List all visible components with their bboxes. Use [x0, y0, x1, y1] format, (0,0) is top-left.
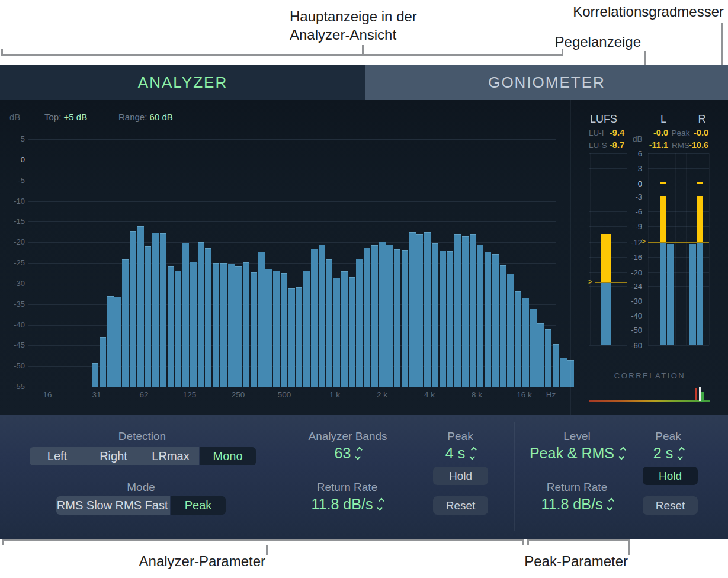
mode-segmented: RMS SlowRMS FastPeak	[56, 496, 226, 515]
peak-reset-button[interactable]: Reset	[643, 496, 698, 515]
tab-goniometer[interactable]: GONIOMETER	[365, 65, 728, 100]
peak-time-value[interactable]: 2 s	[609, 444, 727, 462]
channel-peak-bar	[660, 196, 666, 242]
view-tab-bar: ANALYZER GONIOMETER	[0, 65, 728, 100]
annotation-correlation-meter: Korrelationsgradmesser	[573, 2, 724, 21]
analyzer-reset-button[interactable]: Reset	[433, 496, 488, 515]
meter-gridline	[589, 211, 627, 212]
spectrum-gridline	[28, 139, 556, 140]
spectrum-band-bar	[243, 262, 249, 387]
meter-column-line	[648, 153, 649, 345]
stepper-icon[interactable]	[679, 448, 683, 459]
stepper-icon[interactable]	[471, 448, 475, 459]
channel-peak-bar-lower	[697, 242, 703, 345]
spectrum-gridline	[28, 201, 556, 202]
spectrum-gridline	[28, 160, 556, 160]
spectrum-band-bar	[356, 259, 363, 387]
mode-option-rms-slow[interactable]: RMS Slow	[56, 496, 113, 515]
lufs-reference-arrow-icon: >	[588, 278, 592, 286]
spectrum-band-bar	[190, 262, 197, 387]
spectrum-band-bar	[175, 271, 181, 387]
meter-gridline	[589, 168, 627, 169]
peak-hold-dash	[660, 182, 666, 184]
detection-option-right[interactable]: Right	[85, 447, 142, 465]
spectrum-band-bar	[470, 234, 476, 387]
correlation-value-bar	[701, 392, 704, 402]
lufs-reference-line	[595, 282, 627, 283]
callout-main-display-bracket	[1, 49, 563, 56]
spectrum-band-bar	[251, 272, 257, 387]
spectrum-unit-label: dB	[9, 112, 20, 122]
spectrum-y-tick-label: -30	[0, 279, 25, 288]
spectrum-band-bar	[160, 233, 166, 387]
spectrum-band-bar	[220, 263, 227, 387]
analyzer-return-rate-value[interactable]: 11.8 dB/s	[288, 495, 406, 513]
peak-hold-button[interactable]: Hold	[643, 467, 698, 485]
spectrum-band-bar	[485, 252, 491, 387]
spectrum-y-tick-label: -25	[0, 258, 25, 267]
spectrum-x-tick-label: 125	[176, 390, 203, 399]
spectrum-gridline	[28, 387, 556, 387]
analyzer-peak-value[interactable]: 4 s	[401, 444, 519, 462]
spectrum-band-bar	[122, 259, 129, 387]
lu-s-value: -8.7	[601, 140, 624, 150]
spectrum-band-bar	[492, 254, 499, 387]
spectrum-band-bar	[522, 298, 529, 387]
annotation-peak-params: Peak-Parameter	[524, 552, 628, 570]
detection-option-mono[interactable]: Mono	[200, 447, 256, 465]
section-divider	[514, 422, 515, 531]
spectrum-band-bar	[462, 236, 469, 387]
spectrum-y-tick-label: -10	[0, 197, 25, 205]
stepper-icon[interactable]	[379, 499, 383, 510]
spectrum-y-tick-label: -20	[0, 237, 25, 246]
spectrum-band-bar	[114, 297, 121, 387]
right-channel-header: R	[687, 113, 717, 126]
spectrum-band-bar	[402, 250, 408, 387]
lufs-header: LUFS	[586, 113, 621, 126]
spectrum-band-bar	[500, 265, 506, 387]
peak-return-rate-value[interactable]: 11.8 dB/s	[518, 495, 636, 513]
spectrum-band-bar	[537, 323, 544, 387]
meter-column-line	[590, 153, 591, 345]
meter-gridline	[648, 345, 709, 346]
spectrum-band-bar	[416, 234, 423, 387]
meter-unit-label: dB	[633, 134, 643, 143]
spectrum-band-bar	[507, 274, 514, 387]
spectrum-band-bar	[130, 231, 136, 387]
spectrum-band-bar	[198, 242, 204, 387]
spectrum-band-bar	[303, 271, 310, 387]
mode-option-peak[interactable]: Peak	[171, 496, 226, 515]
analyzer-bands-label: Analyzer Bands	[288, 430, 407, 443]
spectrum-band-bar	[168, 266, 174, 387]
spectrum-band-bar	[182, 243, 189, 387]
spectrum-range-setting[interactable]: Range: 60 dB	[118, 112, 173, 122]
spectrum-band-bar	[333, 278, 340, 387]
spectrum-band-bar	[107, 296, 114, 387]
spectrum-gridline	[28, 221, 556, 222]
detection-option-lrmax[interactable]: LRmax	[142, 447, 199, 465]
annotation-level-meter: Pegelanzeige	[555, 33, 641, 51]
stepper-icon[interactable]	[608, 499, 612, 510]
meter-column-line	[627, 153, 627, 345]
detection-option-left[interactable]: Left	[30, 447, 85, 465]
mode-option-rms-fast[interactable]: RMS Fast	[113, 496, 170, 515]
spectrum-x-tick-label: 1 k	[321, 390, 348, 399]
spectrum-band-bar	[424, 232, 431, 387]
stepper-icon[interactable]	[357, 448, 361, 459]
correlation-label: CORRELATION	[601, 371, 699, 380]
analyzer-hold-button[interactable]: Hold	[433, 467, 488, 485]
spectrum-band-bar	[530, 309, 537, 387]
peak-time-label: Peak	[609, 430, 727, 443]
spectrum-band-bar	[326, 259, 332, 387]
detection-segmented: LeftRightLRmaxMono	[30, 447, 256, 465]
spectrum-band-bar	[100, 337, 106, 387]
spectrum-band-bar	[379, 242, 386, 387]
tab-analyzer[interactable]: ANALYZER	[0, 65, 365, 100]
spectrum-band-bar	[319, 245, 325, 387]
spectrum-band-bar	[560, 358, 567, 387]
spectrum-band-bar	[341, 271, 348, 387]
spectrum-x-tick-label: 4 k	[416, 390, 443, 399]
spectrum-x-tick-label: 250	[225, 390, 252, 399]
analyzer-bands-value[interactable]: 63	[288, 444, 407, 462]
spectrum-top-setting[interactable]: Top: +5 dB	[44, 112, 87, 122]
